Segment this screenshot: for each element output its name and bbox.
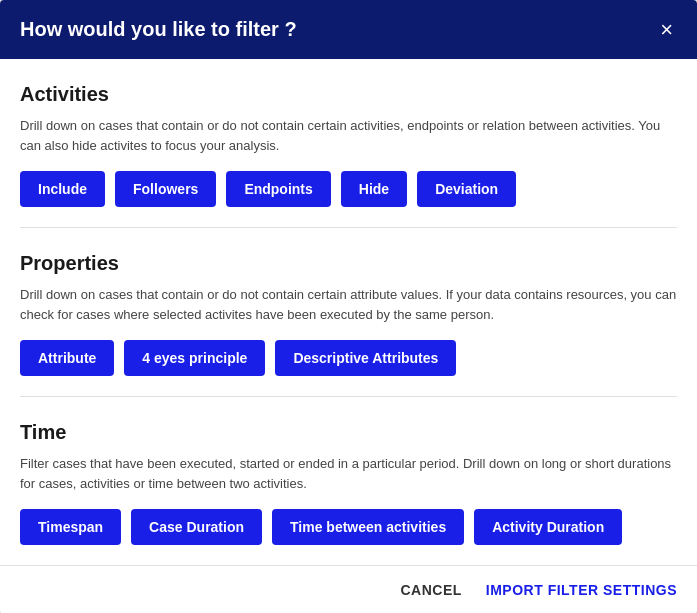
- include-button[interactable]: Include: [20, 171, 105, 207]
- attribute-button[interactable]: Attribute: [20, 340, 114, 376]
- modal-footer: CANCEL IMPORT FILTER SETTINGS: [0, 565, 697, 613]
- hide-button[interactable]: Hide: [341, 171, 407, 207]
- cancel-button[interactable]: CANCEL: [400, 582, 461, 598]
- time-title: Time: [20, 421, 677, 444]
- endpoints-button[interactable]: Endpoints: [226, 171, 330, 207]
- modal-title: How would you like to filter ?: [20, 18, 297, 41]
- activities-description: Drill down on cases that contain or do n…: [20, 116, 677, 155]
- time-between-button[interactable]: Time between activities: [272, 509, 464, 545]
- properties-buttons: Attribute 4 eyes principle Descriptive A…: [20, 340, 677, 376]
- time-section: Time Filter cases that have been execute…: [20, 397, 677, 565]
- deviation-button[interactable]: Deviation: [417, 171, 516, 207]
- activities-section: Activities Drill down on cases that cont…: [20, 59, 677, 228]
- time-description: Filter cases that have been executed, st…: [20, 454, 677, 493]
- modal: How would you like to filter ? × Activit…: [0, 0, 697, 613]
- properties-section: Properties Drill down on cases that cont…: [20, 228, 677, 397]
- activity-duration-button[interactable]: Activity Duration: [474, 509, 622, 545]
- modal-header: How would you like to filter ? ×: [0, 0, 697, 59]
- modal-body: Activities Drill down on cases that cont…: [0, 59, 697, 565]
- import-filter-settings-button[interactable]: IMPORT FILTER SETTINGS: [486, 582, 677, 598]
- four-eyes-button[interactable]: 4 eyes principle: [124, 340, 265, 376]
- timespan-button[interactable]: Timespan: [20, 509, 121, 545]
- time-buttons: Timespan Case Duration Time between acti…: [20, 509, 677, 545]
- properties-title: Properties: [20, 252, 677, 275]
- descriptive-attributes-button[interactable]: Descriptive Attributes: [275, 340, 456, 376]
- activities-buttons: Include Followers Endpoints Hide Deviati…: [20, 171, 677, 207]
- close-button[interactable]: ×: [656, 19, 677, 41]
- followers-button[interactable]: Followers: [115, 171, 216, 207]
- activities-title: Activities: [20, 83, 677, 106]
- properties-description: Drill down on cases that contain or do n…: [20, 285, 677, 324]
- case-duration-button[interactable]: Case Duration: [131, 509, 262, 545]
